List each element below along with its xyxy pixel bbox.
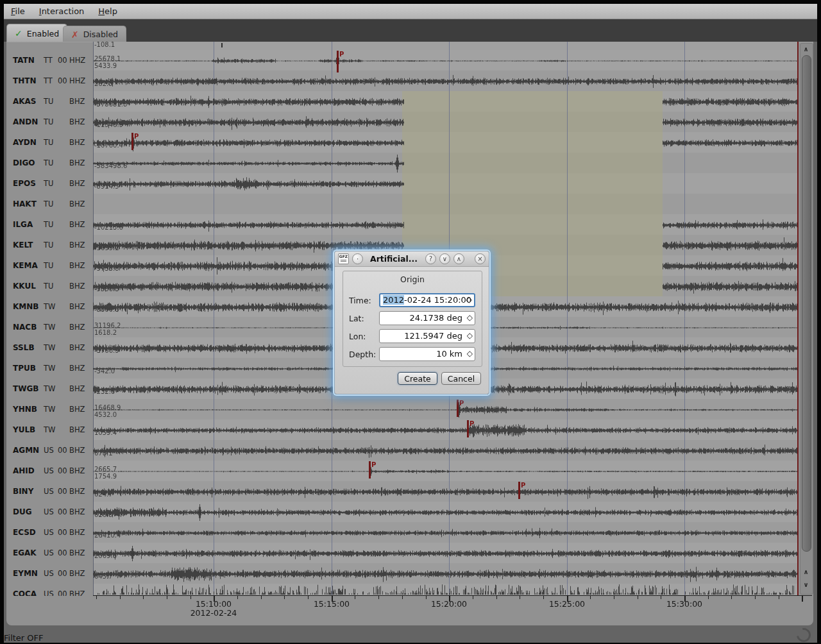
station-row-AHID[interactable]: AHIDUS00BHZ [6, 461, 93, 481]
station-row-YULB[interactable]: YULBTWBHZ [6, 419, 93, 440]
station-name: TWGB [6, 384, 44, 393]
scroll-down-icon[interactable]: ∨ [801, 580, 811, 589]
spinner-icon[interactable]: ◇ [467, 313, 473, 322]
tab-enabled-label: Enabled [27, 29, 60, 38]
station-row-EPOS[interactable]: EPOSTUBHZ [6, 173, 93, 194]
station-name: SSLB [6, 343, 44, 352]
station-row-HAKT[interactable]: HAKTTUBHZ [6, 194, 93, 214]
artificial-origin-dialog: GFZ · Artificial... ? ∨ ∧ × Origin Time:… [334, 251, 489, 394]
menu-help[interactable]: Help [91, 5, 124, 17]
station-row-TWGB[interactable]: TWGBTWBHZ [6, 378, 93, 399]
station-row-ECSD[interactable]: ECSDUS00BHZ [6, 522, 93, 543]
spinner-icon[interactable]: ◇ [467, 331, 473, 340]
time-input[interactable]: 2012-02-24 15:20:00 ◇ [379, 293, 475, 307]
station-channel: BHZ [69, 158, 85, 167]
cancel-button[interactable]: Cancel [441, 372, 481, 385]
station-row-DUG[interactable]: DUGUS00BHZ [6, 502, 93, 522]
vertical-scrollbar[interactable]: ∧ ∧ ∨ [800, 43, 813, 595]
station-row-BINY[interactable]: BINYUS00BHZ [6, 481, 93, 502]
depth-input[interactable]: 10 km ◇ [379, 347, 475, 361]
station-list: TATNTT00HHZTHTNTT00HHZAKASTUBHZANDNTUBHZ… [6, 42, 93, 596]
station-row-COCA[interactable]: COCAUS00BHZ [6, 584, 93, 596]
spinner-icon[interactable]: ◇ [467, 349, 473, 358]
station-channel: BHZ [69, 507, 85, 516]
station-row-KKUL[interactable]: KKULTUBHZ [6, 276, 93, 296]
station-channel: BHZ [69, 179, 85, 188]
close-icon[interactable]: × [475, 253, 486, 264]
station-name: EGAK [6, 548, 44, 557]
station-network: TW [44, 302, 58, 311]
station-row-TATN[interactable]: TATNTT00HHZ [6, 50, 93, 71]
window-menu-button[interactable]: · [352, 253, 363, 264]
time-label: Time: [349, 296, 371, 305]
station-row-AYDN[interactable]: AYDNTUBHZ [6, 132, 93, 153]
lat-input[interactable]: 24.1738 deg ◇ [379, 311, 475, 325]
station-network: TU [44, 282, 58, 291]
station-channel: BHZ [69, 528, 85, 537]
station-network: TT [44, 76, 58, 85]
station-location: 00 [58, 487, 69, 496]
station-network: TU [44, 117, 58, 126]
station-location: 00 [58, 56, 69, 65]
tab-enabled[interactable]: ✓ Enabled [6, 24, 67, 42]
station-network: TW [44, 425, 58, 434]
menu-interaction[interactable]: Interaction [32, 5, 92, 17]
dialog-titlebar[interactable]: GFZ · Artificial... ? ∨ ∧ × [335, 251, 489, 267]
station-row-YHNB[interactable]: YHNBTWBHZ [6, 399, 93, 419]
lon-field-row: Lon: 121.5947 deg ◇ [343, 329, 482, 343]
station-channel: BHZ [69, 446, 85, 455]
station-channel: BHZ [69, 487, 85, 496]
station-name: DUG [6, 507, 44, 516]
scroll-up2-icon[interactable]: ∧ [801, 567, 811, 577]
station-network: US [44, 589, 58, 596]
statusbar-filter-label: Filter OFF [4, 633, 44, 643]
menu-file[interactable]: File [4, 5, 32, 17]
origin-group-title: Origin [343, 275, 482, 284]
station-row-AGMN[interactable]: AGMNUS00BHZ [6, 440, 93, 461]
station-row-EYMN[interactable]: EYMNUS00BHZ [6, 563, 93, 584]
station-name: YHNB [6, 405, 44, 414]
station-row-AKAS[interactable]: AKASTUBHZ [6, 91, 93, 112]
keep-above-button[interactable]: ∧ [453, 253, 464, 264]
scrollbar-thumb[interactable] [802, 55, 811, 552]
station-name: AYDN [6, 138, 44, 147]
station-location: 00 [58, 446, 69, 455]
station-location: 00 [58, 76, 69, 85]
station-row-ILGA[interactable]: ILGATUBHZ [6, 214, 93, 235]
station-network: US [44, 569, 58, 578]
station-row-TPUB[interactable]: TPUBTWBHZ [6, 358, 93, 378]
station-row-ANDN[interactable]: ANDNTUBHZ [6, 112, 93, 132]
help-button[interactable]: ? [425, 253, 436, 264]
lat-field-row: Lat: 24.1738 deg ◇ [343, 311, 482, 325]
station-name: AHID [6, 466, 44, 475]
station-network: US [44, 487, 58, 496]
station-name: KMNB [6, 302, 44, 311]
station-row-KMNB[interactable]: KMNBTWBHZ [6, 296, 93, 317]
station-row-KEMA[interactable]: KEMATUBHZ [6, 255, 93, 276]
tab-strip: ✓ Enabled ✗ Disabled [4, 19, 817, 42]
tab-disabled[interactable]: ✗ Disabled [63, 26, 126, 42]
station-network: TW [44, 364, 58, 373]
station-network: TT [44, 56, 58, 65]
scroll-up-icon[interactable]: ∧ [801, 44, 811, 54]
spinner-icon[interactable]: ◇ [466, 295, 472, 304]
station-location: 00 [58, 528, 69, 537]
station-channel: BHZ [69, 364, 85, 373]
cross-icon: ✗ [71, 30, 79, 40]
station-row-SSLB[interactable]: SSLBTWBHZ [6, 337, 93, 358]
time-field-row: Time: 2012-02-24 15:20:00 ◇ [343, 293, 482, 307]
station-row-NACB[interactable]: NACBTWBHZ [6, 317, 93, 337]
station-row-DIGO[interactable]: DIGOTUBHZ [6, 153, 93, 173]
shade-button[interactable]: ∨ [439, 253, 450, 264]
station-row-THTN[interactable]: THTNTT00HHZ [6, 71, 93, 91]
station-network: TU [44, 261, 58, 270]
station-network: US [44, 466, 58, 475]
station-row-EGAK[interactable]: EGAKUS00BHZ [6, 543, 93, 563]
gfz-icon-text: GFZ [339, 254, 348, 258]
station-channel: BHZ [69, 405, 85, 414]
lat-label: Lat: [349, 314, 364, 323]
station-row-KELT[interactable]: KELTTUBHZ [6, 235, 93, 255]
create-button[interactable]: Create [398, 372, 437, 385]
station-channel: BHZ [69, 97, 85, 106]
lon-input[interactable]: 121.5947 deg ◇ [379, 329, 475, 343]
